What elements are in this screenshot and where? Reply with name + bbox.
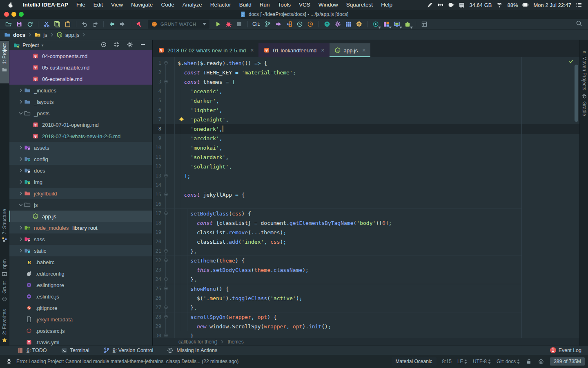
fold-marker-icon[interactable] [164, 61, 168, 65]
chevron-right-icon[interactable] [18, 87, 24, 94]
fold-marker-icon[interactable] [164, 79, 168, 84]
tree-item-img[interactable]: img [9, 176, 152, 188]
editor-tab-01-lookandfeel-md[interactable]: M01-lookandfeel.md× [258, 43, 329, 57]
toolbar-stop-button[interactable] [234, 19, 245, 29]
chevron-down-icon[interactable] [18, 110, 24, 117]
menu-item-refactor[interactable]: Refactor [206, 0, 235, 10]
encoding-widget[interactable]: UTF-8 [473, 359, 491, 364]
chevron-right-icon[interactable] [18, 247, 24, 254]
close-icon[interactable]: × [321, 47, 324, 54]
menu-item-build[interactable]: Build [235, 0, 256, 10]
chevron-right-icon[interactable] [18, 179, 24, 185]
menu-item-vcs[interactable]: VCS [295, 0, 314, 10]
tree-item-app-js[interactable]: JSapp.js [9, 211, 152, 222]
toolbar-paste-button[interactable] [62, 19, 73, 29]
chevron-right-icon[interactable] [18, 236, 24, 242]
git-branch-widget[interactable]: Git: docs [497, 359, 520, 364]
toolbar-settings-button[interactable] [332, 19, 343, 29]
battery-icon[interactable] [522, 2, 529, 8]
fold-marker-icon[interactable] [164, 333, 168, 338]
tool-window-button-terminal[interactable]: Terminal [61, 347, 89, 354]
fold-marker-icon[interactable] [164, 192, 168, 197]
editor-breadcrumb-item[interactable]: themes [227, 339, 243, 345]
toolbar-forward-button[interactable] [117, 19, 128, 29]
fold-marker-icon[interactable] [164, 277, 168, 281]
chevron-right-icon[interactable] [18, 144, 24, 151]
toolbar-git-branch-button[interactable] [263, 19, 273, 29]
tree-item--travis-yml[interactable]: .travis.yml [9, 337, 152, 346]
tree-item--gitignore[interactable]: .gitignore [9, 302, 152, 314]
status-message[interactable]: Error Loading Project: Cannot load modul… [16, 359, 238, 364]
toolbar-run-button[interactable] [213, 19, 223, 29]
header-settings-gear-button[interactable] [127, 41, 133, 49]
chevron-right-icon[interactable] [18, 156, 24, 162]
tree-item--includes[interactable]: _includes [9, 85, 152, 96]
header-hide-minus-button[interactable] [140, 41, 146, 49]
code-editor[interactable]: 1$.when($.ready).then(() => {2 const THE… [153, 57, 579, 338]
intention-bulb-icon[interactable] [179, 117, 184, 122]
toolbar-save-all-button[interactable] [14, 19, 24, 29]
layers-icon[interactable] [6, 358, 12, 365]
fold-marker-icon[interactable] [164, 173, 168, 178]
tree-item--editorconfig[interactable]: .editorconfig [9, 268, 152, 279]
menu-item-window[interactable]: Window [314, 0, 342, 10]
close-icon[interactable]: × [250, 47, 254, 54]
line-separator-widget[interactable]: LF [457, 359, 467, 364]
menu-item-run[interactable]: Run [256, 0, 274, 10]
header-locate-target-button[interactable] [100, 41, 107, 49]
tree-item-config[interactable]: config [9, 153, 152, 165]
toolbar-plugins-chip-button[interactable] [354, 19, 364, 29]
menu-item-squaretest[interactable]: Squaretest [342, 0, 377, 10]
toolbar-redo-button[interactable] [90, 19, 100, 29]
toolbar-git-update-button[interactable] [284, 19, 294, 29]
tree-item-sass[interactable]: sass [9, 233, 152, 245]
chevron-down-icon[interactable]: ▾ [41, 43, 43, 47]
toolbar-project-structure-button[interactable] [343, 19, 354, 29]
memory-indicator[interactable]: 389 of 735M [550, 357, 585, 366]
tree-item-assets[interactable]: assets [9, 142, 152, 153]
chevron-down-icon[interactable] [18, 202, 24, 208]
tree-item--babelrc[interactable]: B.babelrc [9, 256, 152, 268]
toolbar-restore-windows-button[interactable] [419, 19, 430, 29]
window-title-bar[interactable]: docs [~/IdeaProjects/docs] - .../js/app.… [0, 10, 588, 19]
fold-marker-icon[interactable] [164, 211, 168, 215]
fold-marker-icon[interactable] [164, 286, 168, 291]
tree-item--jekyll-metadata[interactable]: .jekyll-metadata [9, 314, 152, 325]
tool-window-button-6-todo[interactable]: 6: TODO [17, 347, 47, 354]
editor-tab-app-js[interactable]: JSapp.js× [330, 43, 371, 57]
header-collapse-all-button[interactable] [114, 41, 120, 49]
tree-item-04-components-md[interactable]: M04-components.md [9, 50, 152, 62]
tool-window-button-9-version-control[interactable]: 9: Version Control [103, 347, 153, 354]
toolbar-git-push-button[interactable] [273, 19, 284, 29]
tree-item-node-modules[interactable]: node_moduleslibrary root [9, 222, 152, 233]
caret-position-widget[interactable]: 8:15 [442, 359, 452, 364]
tool-window-button-missing-in-actions[interactable]: Missing In Actions [167, 347, 217, 354]
tree-item--postcssrc-js[interactable]: .postcssrc.js [9, 325, 152, 337]
tree-item-05-customizable-md[interactable]: M05-customizable.md [9, 62, 152, 73]
menu-list-icon[interactable] [576, 2, 582, 8]
toolbar-copy-button[interactable] [52, 19, 62, 29]
memory-module-icon[interactable] [459, 2, 465, 8]
tree-item--layouts[interactable]: _layouts [9, 96, 152, 108]
toolbar-git-rollback-button[interactable] [294, 19, 305, 29]
toolbar-debug-button[interactable] [223, 19, 234, 29]
chevron-right-icon[interactable] [18, 224, 24, 231]
fold-marker-icon[interactable] [164, 258, 168, 263]
menu-item-tools[interactable]: Tools [274, 0, 295, 10]
menu-item-view[interactable]: View [107, 0, 127, 10]
tool-strip-button-7-structure[interactable]: 7: Structure [0, 206, 9, 252]
tool-strip-button-grunt[interactable]: Grunt [0, 279, 9, 307]
tree-item-2018-07-01-opening-md[interactable]: M2018-07-01-opening.md [9, 119, 152, 130]
unlock-icon[interactable] [526, 358, 532, 365]
menu-item-file[interactable]: File [72, 0, 89, 10]
minimize-window-button[interactable] [11, 12, 16, 17]
memory-free-label[interactable]: 34.64 GB [470, 2, 492, 8]
tool-strip-button-2-favorites[interactable]: 2: Favorites [0, 307, 9, 347]
breadcrumb-docs[interactable]: docs [4, 31, 25, 38]
editor-tab-2018-07-02-whats-new-in-2-5-md[interactable]: M2018-07-02-whats-new-in-2-5.md× [153, 43, 258, 57]
fold-marker-icon[interactable] [164, 305, 168, 310]
tree-item--eslintignore[interactable]: .eslintignore [9, 279, 152, 291]
tree-item-docs[interactable]: docs [9, 165, 152, 176]
tree-item-js[interactable]: js [9, 199, 152, 211]
chevron-right-icon[interactable] [18, 190, 24, 197]
